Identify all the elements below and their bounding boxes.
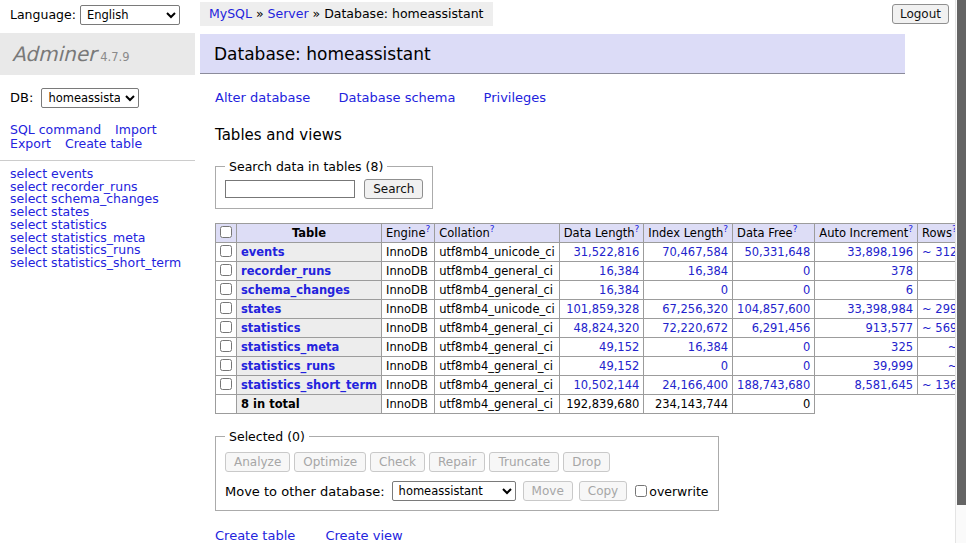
table-link-statistics_short_term[interactable]: statistics_short_term [241, 378, 377, 392]
data-free-value-link[interactable]: 0 [803, 283, 810, 297]
table-link-recorder_runs[interactable]: recorder_runs [241, 264, 331, 278]
row-checkbox-cell [216, 319, 237, 338]
data-free-value-link[interactable]: 188,743,680 [737, 378, 810, 392]
export-link[interactable]: Export [10, 136, 51, 151]
row-checkbox[interactable] [220, 245, 232, 257]
column-help-link[interactable]: ? [490, 224, 495, 234]
import-link[interactable]: Import [115, 122, 157, 137]
sidebar-select-link[interactable]: select statistics_short_term [10, 257, 195, 270]
select-all-checkbox[interactable] [220, 226, 232, 238]
row-checkbox[interactable] [220, 302, 232, 314]
data-free-value-link[interactable]: 50,331,648 [744, 245, 810, 259]
auto-increment-value-link[interactable]: 378 [891, 264, 913, 278]
auto-increment-cell: 39,999 [815, 357, 918, 376]
data-length-value-link[interactable]: 31,522,816 [573, 245, 639, 259]
column-help-link[interactable]: ? [635, 224, 640, 234]
create-view-link[interactable]: Create view [325, 528, 402, 543]
move-button[interactable]: Move [523, 481, 573, 501]
table-link-states[interactable]: states [241, 302, 281, 316]
auto-increment-value-link[interactable]: 39,999 [873, 359, 913, 373]
alter-database-link[interactable]: Alter database [215, 90, 310, 105]
breadcrumb: MySQL » Server » Database: homeassistant [200, 2, 493, 26]
row-checkbox[interactable] [220, 321, 232, 333]
tables-overview-body: eventsInnoDButf8mb4_unicode_ci31,522,816… [216, 243, 966, 414]
vertical-scrollbar[interactable] [955, 0, 966, 543]
table-total-row: 8 in totalInnoDButf8mb4_general_ci192,83… [216, 395, 966, 414]
engine-cell: InnoDB [382, 243, 435, 262]
db-select[interactable]: homeassistant [41, 88, 139, 108]
check-button[interactable]: Check [370, 452, 425, 472]
row-checkbox[interactable] [220, 340, 232, 352]
overwrite-checkbox[interactable] [635, 485, 647, 497]
drop-button[interactable]: Drop [563, 452, 610, 472]
index-length-value-link[interactable]: 24,166,400 [662, 378, 728, 392]
data-length-value-link[interactable]: 16,384 [599, 264, 639, 278]
column-help-link[interactable]: ? [793, 224, 798, 234]
logout-button[interactable]: Logout [892, 4, 949, 24]
table-name-cell: statistics_meta [237, 338, 382, 357]
auto-increment-value-link[interactable]: 33,398,984 [847, 302, 913, 316]
index-length-value-link[interactable]: 72,220,672 [662, 321, 728, 335]
data-free-value-link[interactable]: 0 [803, 264, 810, 278]
breadcrumb-mysql-link[interactable]: MySQL [209, 6, 252, 21]
row-checkbox-cell [216, 281, 237, 300]
data-free-value-link[interactable]: 0 [803, 340, 810, 354]
column-help-link[interactable]: ? [425, 224, 430, 234]
sql-command-link[interactable]: SQL command [10, 122, 101, 137]
auto-increment-value-link[interactable]: 8,581,645 [855, 378, 914, 392]
auto-increment-value-link[interactable]: 33,898,196 [847, 245, 913, 259]
truncate-button[interactable]: Truncate [489, 452, 559, 472]
search-button[interactable]: Search [364, 179, 423, 199]
table-header-row: TableEngine?Collation?Data Length?Index … [216, 224, 966, 243]
language-select[interactable]: English [80, 5, 180, 25]
auto-increment-value-link[interactable]: 325 [891, 340, 913, 354]
analyze-button[interactable]: Analyze [225, 452, 290, 472]
index-length-value-link[interactable]: 16,384 [688, 340, 728, 354]
table-link-schema_changes[interactable]: schema_changes [241, 283, 350, 297]
row-checkbox[interactable] [220, 378, 232, 390]
copy-button[interactable]: Copy [579, 481, 627, 501]
data-length-value-link[interactable]: 49,152 [599, 359, 639, 373]
data-length-value-link[interactable]: 10,502,144 [573, 378, 639, 392]
index-length-value-link[interactable]: 67,256,320 [662, 302, 728, 316]
create-table-link-main[interactable]: Create table [215, 528, 295, 543]
breadcrumb-server-link[interactable]: Server [268, 6, 309, 21]
row-checkbox[interactable] [220, 283, 232, 295]
column-help-link[interactable]: ? [723, 224, 728, 234]
data-length-value-link[interactable]: 48,824,320 [573, 321, 639, 335]
table-link-statistics_runs[interactable]: statistics_runs [241, 359, 335, 373]
search-input[interactable] [225, 180, 355, 198]
scrollbar-thumb[interactable] [957, 0, 966, 505]
index-length-value-link[interactable]: 70,467,584 [662, 245, 728, 259]
data-length-value-link[interactable]: 16,384 [599, 283, 639, 297]
data-length-cell: 16,384 [559, 281, 644, 300]
auto-increment-value-link[interactable]: 6 [906, 283, 913, 297]
index-length-value-link[interactable]: 16,384 [688, 264, 728, 278]
collation-cell: utf8mb4_general_ci [435, 357, 560, 376]
table-row: statisticsInnoDButf8mb4_general_ci48,824… [216, 319, 966, 338]
privileges-link[interactable]: Privileges [484, 90, 547, 105]
repair-button[interactable]: Repair [429, 452, 485, 472]
optimize-button[interactable]: Optimize [294, 452, 366, 472]
index-length-value-link[interactable]: 0 [721, 283, 728, 297]
move-database-select[interactable]: homeassistant [392, 481, 516, 501]
row-checkbox[interactable] [220, 359, 232, 371]
row-checkbox[interactable] [220, 264, 232, 276]
table-name-cell: states [237, 300, 382, 319]
data-free-cell: 0 [733, 262, 815, 281]
data-length-value-link[interactable]: 49,152 [599, 340, 639, 354]
column-help-link[interactable]: ? [908, 224, 913, 234]
table-link-statistics_meta[interactable]: statistics_meta [241, 340, 339, 354]
data-free-value-link[interactable]: 6,291,456 [752, 321, 811, 335]
engine-cell: InnoDB [382, 262, 435, 281]
data-free-value-link[interactable]: 0 [803, 359, 810, 373]
data-length-value-link[interactable]: 101,859,328 [566, 302, 639, 316]
auto-increment-value-link[interactable]: 913,577 [865, 321, 913, 335]
database-schema-link[interactable]: Database schema [339, 90, 456, 105]
column-header-data-free: Data Free? [733, 224, 815, 243]
table-link-statistics[interactable]: statistics [241, 321, 301, 335]
create-table-link[interactable]: Create table [65, 136, 142, 151]
table-link-events[interactable]: events [241, 245, 285, 259]
data-free-value-link[interactable]: 104,857,600 [737, 302, 810, 316]
index-length-value-link[interactable]: 0 [721, 359, 728, 373]
